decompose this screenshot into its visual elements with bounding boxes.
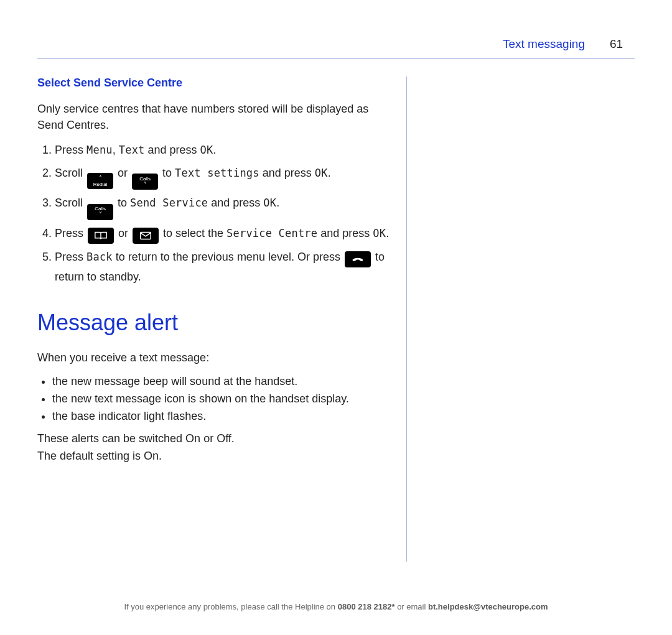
- helpline-phone: 0800 218 2182*: [338, 602, 395, 611]
- text: or: [115, 227, 131, 239]
- text: to: [159, 167, 175, 179]
- ok-label: OK: [200, 144, 213, 156]
- text: .: [276, 197, 279, 209]
- alert-post-1: These alerts can be switched On or Off.: [37, 430, 389, 447]
- alert-bullets: the new message beep will sound at the h…: [37, 373, 389, 425]
- steps-list: Press Menu, Text and press OK. Scroll ˄R…: [37, 141, 389, 286]
- calls-down-key-icon: Calls˅: [132, 174, 158, 190]
- ok-label: OK: [315, 167, 328, 179]
- section-name: Text messaging: [503, 37, 585, 51]
- menu-label: Menu: [86, 144, 113, 156]
- text: Press: [55, 227, 86, 239]
- step-4: Press or to select the Service Centre an…: [55, 224, 389, 244]
- helpline-email: bt.helpdesk@vtecheurope.com: [428, 602, 548, 611]
- intro-paragraph: Only service centres that have numbers s…: [37, 101, 389, 133]
- text: .: [386, 227, 389, 239]
- text: .: [328, 167, 331, 179]
- alert-intro: When you receive a text message:: [37, 350, 389, 366]
- manual-page: Text messaging 61 Select Send Service Ce…: [0, 0, 672, 635]
- svg-rect-0: [141, 232, 151, 239]
- step-2: Scroll ˄Redial or Calls˅ to Text setting…: [55, 164, 389, 190]
- side-column: [407, 76, 635, 562]
- text: Scroll: [55, 167, 86, 179]
- content-columns: Select Send Service Centre Only service …: [37, 76, 635, 562]
- heading-message-alert: Message alert: [37, 310, 389, 336]
- page-number: 61: [610, 37, 635, 51]
- footer-text: or email: [395, 602, 428, 611]
- main-column: Select Send Service Centre Only service …: [37, 76, 407, 562]
- text: Press: [55, 251, 86, 263]
- calls-down-key-icon: Calls˅: [87, 204, 113, 220]
- text: and press: [208, 197, 263, 209]
- footer-text: If you experience any problems, please c…: [124, 602, 337, 611]
- back-label: Back: [86, 251, 113, 263]
- text: to return to the previous menu level. Or…: [113, 251, 343, 263]
- step-3: Scroll Calls˅ to Send Service and press …: [55, 193, 389, 220]
- text: .: [213, 144, 216, 156]
- target-label: Send Service: [130, 197, 208, 209]
- text: Scroll: [55, 197, 86, 209]
- key-label: Redial: [93, 182, 108, 187]
- text: and press: [259, 167, 315, 179]
- text-label: Text: [119, 144, 145, 156]
- bullet-1: the new message beep will sound at the h…: [52, 373, 389, 391]
- target-label: Text settings: [175, 167, 259, 179]
- book-key-icon: [88, 228, 114, 244]
- envelope-key-icon: [133, 228, 159, 244]
- text: or: [114, 167, 131, 179]
- ok-label: OK: [263, 197, 276, 209]
- subheading-select-send: Select Send Service Centre: [37, 76, 389, 90]
- bullet-3: the base indicator light flashes.: [52, 408, 389, 425]
- step-5: Press Back to return to the previous men…: [55, 248, 389, 287]
- text: ,: [113, 144, 119, 156]
- alert-post-2: The default setting is On.: [37, 448, 389, 464]
- target-label: Service Centre: [226, 227, 317, 239]
- text: and press: [145, 144, 200, 156]
- text: and press: [317, 227, 373, 239]
- redial-up-key-icon: ˄Redial: [87, 173, 113, 189]
- page-header: Text messaging 61: [37, 37, 635, 59]
- text: to select the: [160, 227, 226, 239]
- text: to: [114, 197, 130, 209]
- page-footer: If you experience any problems, please c…: [0, 602, 672, 611]
- bullet-2: the new text message icon is shown on th…: [52, 391, 389, 408]
- ok-label: OK: [373, 227, 386, 239]
- hangup-key-icon: [345, 251, 371, 267]
- step-1: Press Menu, Text and press OK.: [55, 141, 389, 160]
- text: Press: [55, 144, 86, 156]
